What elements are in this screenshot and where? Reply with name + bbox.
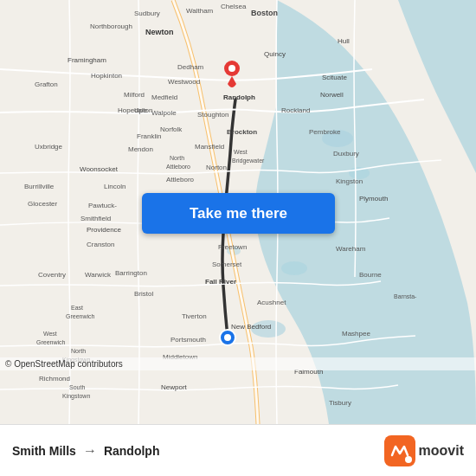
svg-text:West: West [234,149,248,155]
svg-text:Brockton: Brockton [227,128,257,136]
svg-text:Franklin: Franklin [137,132,161,140]
svg-text:Plymouth: Plymouth [359,195,388,203]
svg-text:Hopkinton: Hopkinton [91,72,122,80]
svg-text:Westwood: Westwood [168,78,200,86]
svg-text:Dedham: Dedham [177,63,204,71]
route-arrow-icon: → [83,443,97,459]
svg-text:Northborough: Northborough [90,23,132,30]
svg-text:Greenwich: Greenwich [66,313,95,319]
svg-text:Richmond: Richmond [39,375,70,383]
svg-text:Portsmouth: Portsmouth [170,336,206,344]
map-container: Boston Chelsea Newton Quincy Hull Framin… [0,0,476,424]
svg-text:Waltham: Waltham [186,7,214,15]
svg-text:Norwell: Norwell [320,91,344,99]
svg-text:Cranston: Cranston [87,241,114,248]
map-attribution: © OpenStreetMap contributors [0,357,476,370]
svg-text:Acushnet: Acushnet [257,299,286,306]
destination-label: Randolph [104,444,160,458]
svg-text:Coventry: Coventry [38,271,66,279]
svg-text:Grafton: Grafton [35,80,58,88]
svg-text:Duxbury: Duxbury [333,150,359,158]
svg-text:Bourne: Bourne [359,271,382,279]
svg-text:Attleboro: Attleboro [166,176,195,183]
svg-text:Randolph: Randolph [223,93,255,101]
svg-text:Framingham: Framingham [68,56,106,64]
svg-text:North: North [170,155,184,161]
svg-text:Sudbury: Sudbury [134,10,160,17]
svg-text:Pembroke: Pembroke [309,128,341,136]
svg-text:Uxbridge: Uxbridge [35,143,63,151]
moovit-logo: moovit [384,435,464,466]
svg-text:East: East [71,305,83,311]
svg-point-84 [228,65,235,72]
svg-text:Tisbury: Tisbury [329,399,351,407]
svg-text:Attleboro: Attleboro [166,164,190,170]
svg-text:Newton: Newton [145,28,174,36]
svg-point-3 [281,261,307,275]
svg-text:Hopedale: Hopedale [118,106,148,114]
route-info: Smith Mills → Randolph [12,443,159,459]
svg-text:New Bedford: New Bedford [231,323,271,331]
svg-text:Somerset: Somerset [212,261,242,268]
svg-text:Boston: Boston [251,9,278,17]
svg-text:South: South [69,384,85,390]
svg-text:Woonsocket: Woonsocket [80,165,119,173]
svg-text:Pawtuck-: Pawtuck- [88,202,117,209]
svg-text:Warwick: Warwick [85,271,112,279]
svg-text:Freetown: Freetown [218,243,247,251]
svg-text:Hull: Hull [338,37,350,45]
svg-text:Mansfield: Mansfield [195,143,224,151]
svg-text:Newport: Newport [161,383,188,391]
svg-text:Glocester: Glocester [28,200,58,208]
svg-text:Norton: Norton [206,164,227,171]
bottom-bar: Smith Mills → Randolph moovit [0,424,476,476]
moovit-icon [384,435,415,466]
svg-text:Belmont: Belmont [214,0,236,1]
svg-text:Mashpee: Mashpee [342,330,370,338]
svg-text:North: North [71,348,86,354]
svg-text:Lincoln: Lincoln [104,183,125,190]
moovit-text-label: moovit [419,443,464,459]
svg-text:Rockland: Rockland [281,106,310,114]
svg-text:Barrington: Barrington [115,269,147,277]
svg-text:Norfolk: Norfolk [160,125,183,133]
svg-text:Bristol: Bristol [134,290,153,298]
origin-label: Smith Mills [12,444,76,458]
svg-text:Chelsea: Chelsea [221,3,247,10]
take-me-there-button[interactable]: Take me there [142,193,335,234]
svg-text:Wareham: Wareham [336,245,366,253]
svg-point-86 [224,334,231,341]
svg-text:Burrillville: Burrillville [24,183,55,190]
svg-text:Milford: Milford [124,91,145,99]
svg-text:Smithfield: Smithfield [80,215,111,222]
svg-text:Barnsta-: Barnsta- [394,293,417,299]
svg-text:Quincy: Quincy [264,50,286,58]
svg-text:Bridgewater: Bridgewater [232,158,265,164]
svg-text:Mendon: Mendon [128,145,153,153]
svg-text:Providence: Providence [87,226,122,234]
button-label: Take me there [190,205,287,222]
svg-text:Kingstown: Kingstown [62,393,90,400]
svg-text:Scituate: Scituate [322,74,347,81]
svg-text:Kingston: Kingston [336,177,363,185]
svg-text:Walpole: Walpole [151,109,177,117]
svg-text:West: West [43,331,57,337]
svg-text:Greenwich: Greenwich [36,339,66,345]
svg-text:Medfield: Medfield [151,93,177,101]
svg-text:Stoughton: Stoughton [197,111,228,119]
svg-text:Tiverton: Tiverton [182,312,207,320]
svg-text:Fall River: Fall River [205,278,236,286]
